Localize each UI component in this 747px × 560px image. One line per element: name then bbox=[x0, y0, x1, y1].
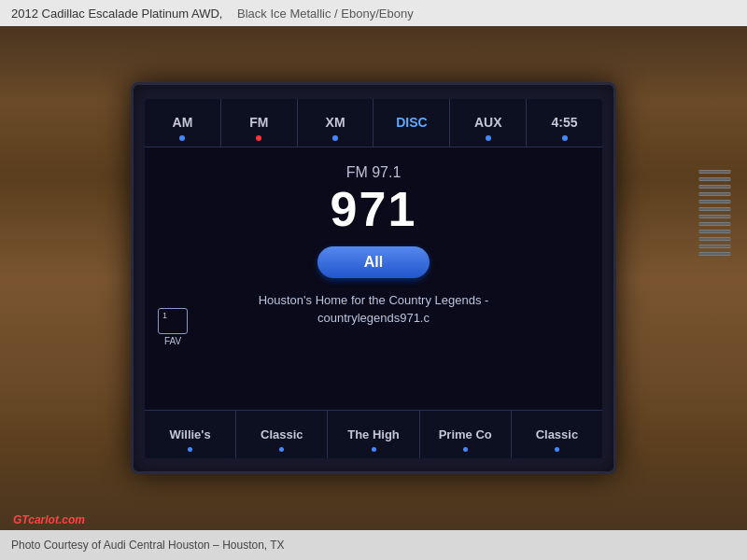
watermark: GTcarlot.com bbox=[13, 513, 85, 526]
car-title: 2012 Cadillac Escalade Platinum AWD, bbox=[11, 7, 222, 21]
tab-aux[interactable]: AUX bbox=[450, 99, 527, 147]
preset-1-dot bbox=[188, 447, 192, 452]
tab-am-dot bbox=[179, 135, 185, 141]
fav-label: FAV bbox=[164, 336, 181, 346]
infotainment-screen: AM FM XM DISC AUX bbox=[145, 99, 602, 458]
tab-xm[interactable]: XM bbox=[298, 99, 374, 147]
preset-bar: Willie's Classic The High Prime Co bbox=[145, 410, 602, 458]
preset-1[interactable]: Willie's bbox=[145, 411, 236, 458]
station-description: Houston's Home for the Country Legends -… bbox=[224, 291, 523, 328]
preset-4[interactable]: Prime Co bbox=[420, 411, 512, 458]
tab-xm-dot bbox=[332, 135, 338, 141]
fav-area: 1 FAV bbox=[158, 308, 188, 346]
screen-surround: AM FM XM DISC AUX bbox=[131, 82, 616, 474]
preset-5-dot bbox=[555, 447, 559, 452]
tab-am[interactable]: AM bbox=[145, 99, 221, 147]
car-color: Black Ice Metallic / Ebony/Ebony bbox=[237, 7, 414, 21]
photo-frame: 2012 Cadillac Escalade Platinum AWD, Bla… bbox=[0, 0, 747, 560]
interior-frame: AM FM XM DISC AUX bbox=[0, 26, 747, 530]
preset-5[interactable]: Classic bbox=[512, 411, 602, 458]
preset-2-dot bbox=[279, 447, 284, 452]
tab-disc[interactable]: DISC bbox=[374, 99, 450, 147]
photo-credit-text: Photo Courtesy of Audi Central Houston –… bbox=[11, 539, 285, 552]
tab-clock[interactable]: 4:55 bbox=[527, 99, 602, 147]
tab-aux-dot bbox=[486, 135, 491, 141]
all-button[interactable]: All bbox=[317, 246, 430, 278]
tab-fm-dot bbox=[256, 135, 261, 141]
station-number: 971 bbox=[331, 185, 417, 233]
preset-3[interactable]: The High bbox=[328, 411, 419, 458]
main-content: FM 97.1 971 All Houston's Home for the C… bbox=[145, 147, 602, 410]
top-bar: 2012 Cadillac Escalade Platinum AWD, Bla… bbox=[0, 0, 747, 26]
photo-credit: Photo Courtesy of Audi Central Houston –… bbox=[0, 530, 747, 560]
fav-number: 1 bbox=[162, 311, 167, 320]
tab-bar: AM FM XM DISC AUX bbox=[145, 99, 602, 147]
station-label: FM 97.1 bbox=[346, 164, 402, 181]
vent-decoration bbox=[691, 82, 738, 343]
tab-clock-dot bbox=[562, 135, 568, 141]
tab-fm[interactable]: FM bbox=[221, 99, 298, 147]
preset-3-dot bbox=[372, 447, 376, 452]
watermark-text: GTcarlot.com bbox=[13, 513, 85, 526]
preset-2[interactable]: Classic bbox=[236, 411, 328, 458]
preset-4-dot bbox=[463, 447, 468, 452]
fav-box[interactable]: 1 bbox=[158, 308, 188, 334]
